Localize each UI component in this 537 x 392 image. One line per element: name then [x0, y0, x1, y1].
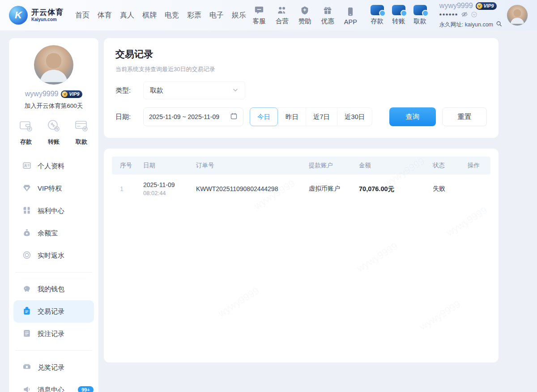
- page-title: 交易记录: [115, 48, 487, 60]
- topbar-money-links: 存款 转账 取款: [371, 5, 427, 26]
- sidebar-transfer-action[interactable]: 转账: [47, 119, 61, 146]
- app-link[interactable]: APP: [344, 7, 357, 26]
- profile-avatar[interactable]: [34, 45, 73, 85]
- sidebar-item-transactions[interactable]: 交易记录: [13, 300, 94, 323]
- logo-text: 开云体育 Kaiyun.com: [31, 9, 64, 22]
- nav-chess[interactable]: 棋牌: [142, 11, 157, 20]
- user-block: wywy9999 V VIP9 ****** 永久网址: kaiyun.com: [439, 2, 528, 29]
- watermark-text: wywy9999: [216, 285, 261, 319]
- search-button[interactable]: 查询: [389, 107, 436, 126]
- message-count-badge: 99+: [78, 386, 94, 392]
- col-date: 日期: [143, 162, 196, 170]
- menu-divider: [15, 350, 92, 351]
- date-filter-row: 日期: 2025-11-09 ~ 2025-11-09 今日 昨日 近7日 近3…: [115, 107, 487, 126]
- sidebar-item-wallet[interactable]: 我的钱包: [9, 278, 98, 300]
- account-dropdown-icon[interactable]: [471, 11, 477, 20]
- preset-yesterday[interactable]: 昨日: [278, 108, 306, 126]
- filter-actions: 查询 重置: [389, 107, 487, 126]
- nav-slots[interactable]: 电子: [209, 11, 224, 20]
- brand-domain: Kaiyun.com: [31, 17, 64, 22]
- menu-label: 福利中心: [38, 207, 64, 215]
- sidebar-item-profile[interactable]: 个人资料: [9, 155, 98, 177]
- col-account: 提款账户: [309, 162, 359, 170]
- reset-button[interactable]: 重置: [442, 107, 487, 126]
- partner-link[interactable]: 合营: [276, 5, 289, 26]
- sidebar-item-welfare[interactable]: 福利中心: [9, 200, 98, 222]
- nav-live[interactable]: 真人: [120, 11, 134, 20]
- watermark-text: wywy9999: [418, 298, 463, 332]
- promo-label: 优惠: [321, 17, 334, 26]
- bet-record-icon: [22, 329, 31, 339]
- menu-label: VIP特权: [38, 184, 62, 193]
- col-index: 序号: [120, 162, 143, 170]
- sidebar-deposit-action[interactable]: 存款: [19, 119, 33, 146]
- search-icon[interactable]: [496, 21, 502, 29]
- piggy-bank-icon: [22, 284, 31, 294]
- app-label: APP: [344, 18, 357, 26]
- vip-shield-icon: V: [477, 3, 482, 9]
- sidebar-item-redeem[interactable]: 兑奖记录: [9, 356, 98, 379]
- menu-label: 投注记录: [38, 330, 64, 338]
- sidebar: wywy9999 V VIP9 加入开云体育第600天 存款 转账: [9, 38, 98, 392]
- col-action: 操作: [468, 162, 490, 170]
- user-info: wywy9999 V VIP9 ****** 永久网址: kaiyun.com: [439, 2, 502, 29]
- sponsor-link[interactable]: 赞助: [298, 5, 311, 26]
- nav-sports[interactable]: 体育: [98, 11, 112, 20]
- eye-off-icon[interactable]: [461, 11, 468, 20]
- topbar-quick-links: 客服 合营 赞助 优惠 APP: [253, 5, 357, 26]
- cell-index: 1: [120, 185, 143, 192]
- customer-service-icon: [254, 5, 264, 15]
- promo-link[interactable]: 优惠: [321, 5, 334, 26]
- nav-home[interactable]: 首页: [75, 11, 90, 20]
- username: wywy9999: [439, 2, 473, 10]
- sidebar-item-rebate[interactable]: 实时返水: [9, 244, 98, 267]
- profile-username: wywy9999: [25, 90, 59, 98]
- sidebar-transfer-label: 转账: [48, 138, 60, 146]
- main-nav: 首页 体育 真人 棋牌 电竞 彩票 电子 娱乐: [75, 11, 246, 20]
- id-card-icon: [22, 161, 31, 171]
- profile-name-row: wywy9999 V VIP9: [25, 90, 82, 98]
- site-logo[interactable]: K 开云体育 Kaiyun.com: [9, 6, 64, 25]
- preset-30days[interactable]: 近30日: [337, 108, 372, 126]
- sponsor-icon: [300, 5, 310, 15]
- main-area: 交易记录 当前系统支持查询最近30日的交易记录 类型: 取款 日期: 2025-…: [104, 38, 499, 362]
- cell-date-day: 2025-11-09: [143, 181, 196, 188]
- nav-lottery[interactable]: 彩票: [187, 11, 201, 20]
- logo-icon: K: [9, 6, 28, 25]
- nav-esports[interactable]: 电竞: [165, 11, 179, 20]
- gem-icon: [22, 183, 31, 194]
- sidebar-item-vip[interactable]: VIP特权: [9, 177, 98, 200]
- deposit-icon: [19, 119, 33, 134]
- sidebar-withdraw-action[interactable]: 取款: [74, 119, 89, 146]
- withdraw-link[interactable]: 取款: [413, 5, 427, 26]
- deposit-link[interactable]: 存款: [371, 5, 384, 26]
- nav-entertainment[interactable]: 娱乐: [232, 11, 246, 20]
- profile-vip-badge: V VIP9: [61, 90, 82, 98]
- preset-today[interactable]: 今日: [250, 107, 278, 126]
- vip-level: VIP9: [484, 3, 494, 9]
- sidebar-item-bets[interactable]: 投注记录: [9, 323, 98, 345]
- profile-vip-level: VIP9: [69, 91, 79, 97]
- date-range-input[interactable]: 2025-11-09 ~ 2025-11-09: [143, 107, 243, 126]
- user-avatar[interactable]: [507, 4, 528, 26]
- type-filter-row: 类型: 取款: [115, 81, 487, 99]
- table-header: 序号 日期 订单号 提款账户 金额 状态 操作: [112, 157, 490, 175]
- permanent-url: 永久网址: kaiyun.com: [439, 21, 493, 29]
- sidebar-quick-actions: 存款 转账 取款: [9, 119, 98, 146]
- preset-7days[interactable]: 近7日: [306, 108, 337, 126]
- menu-label: 消息中心: [38, 386, 64, 392]
- type-select[interactable]: 取款: [143, 81, 245, 99]
- site-url-row: 永久网址: kaiyun.com: [439, 21, 502, 29]
- vip-badge: V VIP9: [476, 2, 497, 10]
- col-order: 订单号: [196, 162, 309, 170]
- sidebar-item-messages[interactable]: 消息中心 99+: [9, 379, 98, 392]
- cell-status: 失败: [433, 185, 468, 193]
- sidebar-item-yuebao[interactable]: 余额宝: [9, 222, 98, 244]
- transfer-link[interactable]: 转账: [392, 5, 405, 26]
- app-icon: [345, 7, 355, 17]
- records-table-card: wywy9999 wywy9999 wywy9999 wywy9999 wywy…: [104, 149, 499, 362]
- withdraw-card-icon: [413, 5, 427, 15]
- transfer-icon: [47, 119, 61, 134]
- cell-amount: 70,076.00元: [359, 185, 433, 193]
- customer-service-link[interactable]: 客服: [253, 5, 266, 26]
